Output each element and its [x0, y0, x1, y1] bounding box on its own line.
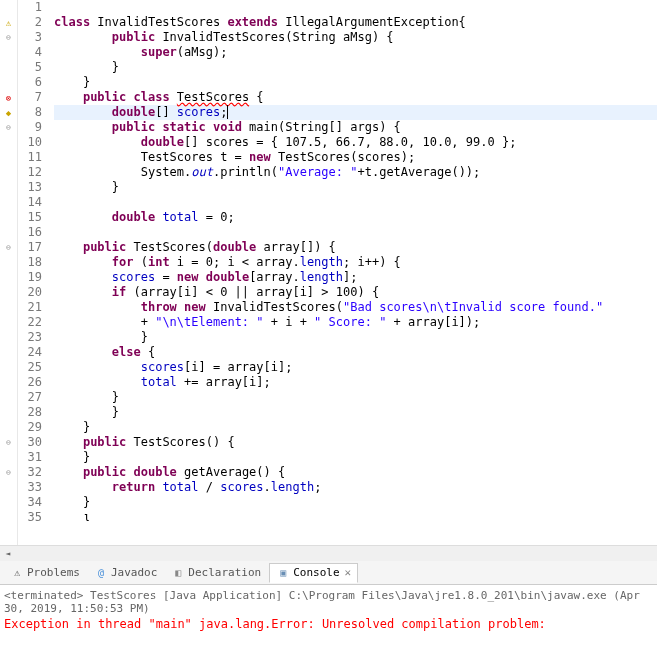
line-number: 19: [18, 270, 42, 285]
tab-javadoc[interactable]: @ Javadoc: [88, 564, 163, 582]
line-number: 24: [18, 345, 42, 360]
gutter-marker: [0, 420, 17, 435]
line-number: 25: [18, 360, 42, 375]
code-line[interactable]: }: [54, 60, 657, 75]
fold-icon[interactable]: ⊖: [6, 243, 11, 252]
line-number: 16: [18, 225, 42, 240]
gutter-marker: [0, 225, 17, 240]
gutter-marker: [0, 60, 17, 75]
gutter-marker[interactable]: ⊖: [0, 120, 17, 135]
code-line[interactable]: throw new InvalidTestScores("Bad scores\…: [54, 300, 657, 315]
code-line[interactable]: else {: [54, 345, 657, 360]
gutter-marker: [0, 360, 17, 375]
code-line[interactable]: scores[i] = array[i];: [54, 360, 657, 375]
code-line[interactable]: }: [54, 390, 657, 405]
line-number: 13: [18, 180, 42, 195]
fold-icon[interactable]: ⊖: [6, 438, 11, 447]
gutter-marker[interactable]: ⚠: [0, 15, 17, 30]
line-numbers: 1234567891011121314151617181920212223242…: [18, 0, 48, 545]
line-number: 33: [18, 480, 42, 495]
tab-console[interactable]: ▣ Console ✕: [269, 563, 358, 583]
code-line[interactable]: if (array[i] < 0 || array[i] > 100) {: [54, 285, 657, 300]
code-line[interactable]: [54, 195, 657, 210]
code-line[interactable]: ι: [54, 510, 657, 525]
code-area[interactable]: class InvalidTestScores extends IllegalA…: [48, 0, 657, 545]
tab-declaration[interactable]: ◧ Declaration: [165, 564, 267, 582]
tab-label: Javadoc: [111, 566, 157, 579]
code-line[interactable]: public static void main(String[] args) {: [54, 120, 657, 135]
code-line[interactable]: }: [54, 450, 657, 465]
code-line[interactable]: super(aMsg);: [54, 45, 657, 60]
code-line[interactable]: }: [54, 75, 657, 90]
line-number: 5: [18, 60, 42, 75]
gutter-marker: [0, 210, 17, 225]
gutter-marker: [0, 330, 17, 345]
code-line[interactable]: public TestScores(double array[]) {: [54, 240, 657, 255]
line-number: 7: [18, 90, 42, 105]
gutter-marker: [0, 405, 17, 420]
line-number: 28: [18, 405, 42, 420]
line-number: 29: [18, 420, 42, 435]
javadoc-icon: @: [94, 566, 108, 580]
code-line[interactable]: + "\n\tElement: " + i + " Score: " + arr…: [54, 315, 657, 330]
line-number: 15: [18, 210, 42, 225]
gutter-marker: [0, 300, 17, 315]
fold-icon[interactable]: ⊖: [6, 123, 11, 132]
code-line[interactable]: }: [54, 420, 657, 435]
line-number: 17: [18, 240, 42, 255]
line-number: 22: [18, 315, 42, 330]
scroll-left-icon[interactable]: ◄: [0, 547, 16, 561]
line-number: 8: [18, 105, 42, 120]
warning-icon: ⚠: [6, 18, 11, 28]
gutter-marker: [0, 315, 17, 330]
fold-icon[interactable]: ⊖: [6, 33, 11, 42]
code-editor[interactable]: ⚠⊖⊗◆⊖⊖⊖⊖ 1234567891011121314151617181920…: [0, 0, 657, 545]
line-number: 18: [18, 255, 42, 270]
fold-icon[interactable]: ⊖: [6, 468, 11, 477]
gutter-marker: [0, 75, 17, 90]
gutter-marker[interactable]: ⊖: [0, 240, 17, 255]
code-line[interactable]: public InvalidTestScores(String aMsg) {: [54, 30, 657, 45]
line-number: 4: [18, 45, 42, 60]
gutter-marker[interactable]: ◆: [0, 105, 17, 120]
line-number: 9: [18, 120, 42, 135]
line-number: 32: [18, 465, 42, 480]
code-line[interactable]: TestScores t = new TestScores(scores);: [54, 150, 657, 165]
gutter-marker: [0, 345, 17, 360]
gutter-marker[interactable]: ⊖: [0, 30, 17, 45]
code-line[interactable]: }: [54, 330, 657, 345]
code-line[interactable]: class InvalidTestScores extends IllegalA…: [54, 15, 657, 30]
code-line[interactable]: total += array[i];: [54, 375, 657, 390]
tab-label: Problems: [27, 566, 80, 579]
gutter-marker[interactable]: ⊗: [0, 90, 17, 105]
code-line[interactable]: double[] scores = { 107.5, 66.7, 88.0, 1…: [54, 135, 657, 150]
code-line[interactable]: scores = new double[array.length];: [54, 270, 657, 285]
code-line[interactable]: public class TestScores {: [54, 90, 657, 105]
code-line[interactable]: double[] scores;: [54, 105, 657, 120]
code-line[interactable]: }: [54, 180, 657, 195]
code-line[interactable]: [54, 0, 657, 15]
console-icon: ▣: [276, 566, 290, 580]
code-line[interactable]: }: [54, 405, 657, 420]
code-line[interactable]: double total = 0;: [54, 210, 657, 225]
gutter-marker: [0, 195, 17, 210]
code-line[interactable]: System.out.println("Average: "+t.getAver…: [54, 165, 657, 180]
gutter-marker: [0, 0, 17, 15]
line-number: 20: [18, 285, 42, 300]
close-icon[interactable]: ✕: [345, 566, 352, 579]
code-line[interactable]: for (int i = 0; i < array.length; i++) {: [54, 255, 657, 270]
code-line[interactable]: [54, 225, 657, 240]
line-number: 3: [18, 30, 42, 45]
tab-problems[interactable]: ⚠ Problems: [4, 564, 86, 582]
code-line[interactable]: public double getAverage() {: [54, 465, 657, 480]
problems-icon: ⚠: [10, 566, 24, 580]
line-number: 6: [18, 75, 42, 90]
code-line[interactable]: public TestScores() {: [54, 435, 657, 450]
gutter-marker[interactable]: ⊖: [0, 465, 17, 480]
line-number: 31: [18, 450, 42, 465]
gutter-marker[interactable]: ⊖: [0, 435, 17, 450]
horizontal-scrollbar[interactable]: ◄: [0, 545, 657, 561]
code-line[interactable]: return total / scores.length;: [54, 480, 657, 495]
code-line[interactable]: }: [54, 495, 657, 510]
declaration-icon: ◧: [171, 566, 185, 580]
